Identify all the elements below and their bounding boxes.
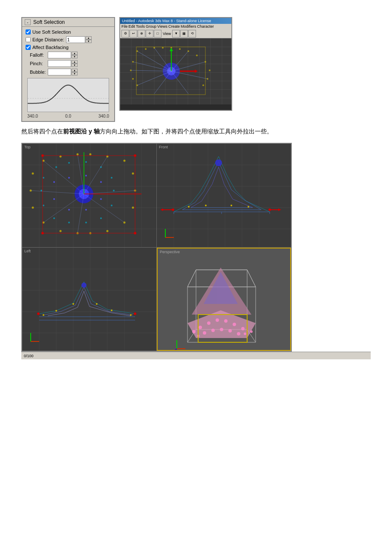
- falloff-row: Falloff: 340.0 ▲ ▼: [26, 52, 111, 58]
- falloff-spin-down[interactable]: ▼: [72, 55, 78, 58]
- view-dropdown-arrow[interactable]: ▼: [172, 30, 180, 38]
- desc-bold1: 前视图沿: [63, 128, 87, 135]
- menu-file[interactable]: File: [121, 24, 128, 29]
- svg-point-68: [124, 160, 126, 162]
- svg-point-26: [209, 69, 210, 71]
- panel-title: Soft Selection: [33, 19, 65, 25]
- toolbar-btn-1[interactable]: ⚙: [121, 30, 129, 38]
- svg-point-163: [37, 312, 40, 315]
- svg-point-197: [207, 321, 210, 325]
- svg-point-76: [60, 230, 62, 232]
- pinch-spin-buttons: ▲ ▼: [72, 60, 78, 67]
- viewport-front: Front: [157, 144, 291, 247]
- affect-backfacing-checkbox[interactable]: [26, 45, 31, 50]
- svg-point-102: [53, 181, 55, 183]
- svg-point-22: [179, 48, 181, 50]
- desc-bold2: y: [87, 128, 94, 135]
- svg-point-30: [132, 78, 134, 80]
- svg-point-198: [216, 318, 219, 322]
- pinch-spinbox: 1.0 ▲ ▼: [48, 60, 78, 67]
- max-menubar: File Edit Tools Group Views Create Modif…: [120, 24, 231, 29]
- svg-point-205: [228, 329, 232, 332]
- svg-point-165: [81, 283, 86, 288]
- menu-views[interactable]: Views: [157, 24, 167, 29]
- svg-point-206: [237, 332, 240, 335]
- menu-create[interactable]: Create: [168, 24, 180, 29]
- toolbar-btn-3[interactable]: ⊕: [138, 30, 145, 38]
- svg-point-203: [211, 329, 215, 332]
- max-titlebar: Untitled - Autodesk 3ds Max 8 - Stand-al…: [120, 18, 231, 24]
- max-viewport-grid: [120, 38, 231, 104]
- viewport-top: Top: [22, 144, 156, 247]
- bubble-row: Bubble: -0.6 ▲ ▼: [26, 69, 111, 75]
- menu-character[interactable]: Character: [197, 24, 214, 29]
- menu-group[interactable]: Group: [146, 24, 156, 29]
- menu-edit[interactable]: Edit: [129, 24, 135, 29]
- svg-point-114: [41, 154, 44, 157]
- svg-point-86: [113, 190, 115, 191]
- edge-distance-spin-down[interactable]: ▼: [86, 40, 92, 43]
- viewport-perspective-label: Perspective: [160, 250, 180, 254]
- desc-after: 方向向上拖动。如下图，并将四个点使用缩放工具向外拉出一些。: [100, 128, 273, 135]
- pinch-input[interactable]: 1.0: [48, 60, 71, 67]
- edge-distance-label: Edge Distance:: [32, 37, 64, 42]
- svg-rect-120: [157, 144, 291, 247]
- minus-icon: -: [27, 20, 28, 25]
- top-view-svg: [22, 144, 156, 247]
- pinch-label: Pinch:: [30, 61, 48, 66]
- viewport-left-label: Left: [24, 249, 31, 253]
- status-text: 0/100: [24, 354, 34, 358]
- bubble-spin-down[interactable]: ▼: [72, 72, 78, 75]
- svg-point-28: [202, 84, 204, 86]
- bubble-spin-up[interactable]: ▲: [72, 69, 78, 72]
- svg-point-82: [68, 162, 70, 164]
- svg-point-101: [53, 198, 55, 200]
- toolbar-btn-7[interactable]: ⟲: [188, 30, 196, 38]
- menu-modifiers[interactable]: Modifiers: [181, 24, 196, 29]
- svg-point-91: [53, 217, 55, 219]
- bubble-input[interactable]: -0.6: [48, 69, 71, 75]
- viewport-left: Left: [22, 248, 156, 351]
- svg-point-81: [55, 166, 57, 168]
- max-viewport-svg: [120, 38, 231, 104]
- use-soft-selection-checkbox[interactable]: [26, 29, 31, 35]
- description-text: 然后将四个点在前视图沿 y 轴方向向上拖动。如下图，并将四个点使用缩放工具向外拉…: [21, 126, 371, 137]
- menu-tools[interactable]: Tools: [136, 24, 145, 29]
- curve-label-center: 0.0: [65, 114, 71, 119]
- toolbar-btn-4[interactable]: ✛: [146, 30, 153, 38]
- svg-point-117: [41, 232, 44, 234]
- left-view-svg: [22, 248, 156, 351]
- edge-distance-spin-up[interactable]: ▲: [86, 36, 92, 40]
- curve-display: [27, 78, 109, 112]
- minimize-button[interactable]: -: [25, 19, 31, 25]
- svg-point-196: [199, 326, 202, 329]
- edge-distance-row: Edge Distance: 1 ▲ ▼: [26, 36, 111, 43]
- curve-canvas: [28, 78, 109, 112]
- svg-point-144: [188, 206, 190, 208]
- falloff-spin-up[interactable]: ▲: [72, 52, 78, 55]
- max-window: Untitled - Autodesk 3ds Max 8 - Stand-al…: [119, 17, 232, 111]
- pinch-spin-down[interactable]: ▼: [72, 64, 78, 67]
- desc-bold3: 轴: [94, 128, 100, 135]
- svg-point-24: [196, 55, 198, 56]
- svg-point-83: [85, 161, 87, 163]
- svg-point-169: [111, 309, 112, 311]
- svg-point-89: [85, 222, 87, 223]
- edge-distance-input[interactable]: 1: [66, 36, 85, 43]
- falloff-label: Falloff:: [30, 52, 48, 58]
- falloff-input[interactable]: 340.0: [48, 52, 71, 58]
- svg-point-116: [134, 232, 136, 234]
- pinch-spin-up[interactable]: ▲: [72, 60, 78, 64]
- toolbar-btn-2[interactable]: ↩: [130, 30, 137, 38]
- svg-point-209: [244, 332, 246, 335]
- panel-body: Use Soft Selection Edge Distance: 1 ▲ ▼ …: [22, 27, 114, 121]
- curve-label-right: 340.0: [98, 114, 109, 119]
- svg-point-200: [233, 323, 236, 326]
- toolbar-btn-5[interactable]: □: [154, 30, 161, 38]
- svg-point-201: [241, 327, 245, 330]
- svg-point-98: [100, 198, 102, 200]
- edge-distance-checkbox[interactable]: [26, 37, 31, 42]
- svg-point-207: [192, 330, 196, 333]
- viewport-perspective: Perspective: [157, 248, 291, 351]
- toolbar-btn-6[interactable]: ▦: [180, 30, 188, 38]
